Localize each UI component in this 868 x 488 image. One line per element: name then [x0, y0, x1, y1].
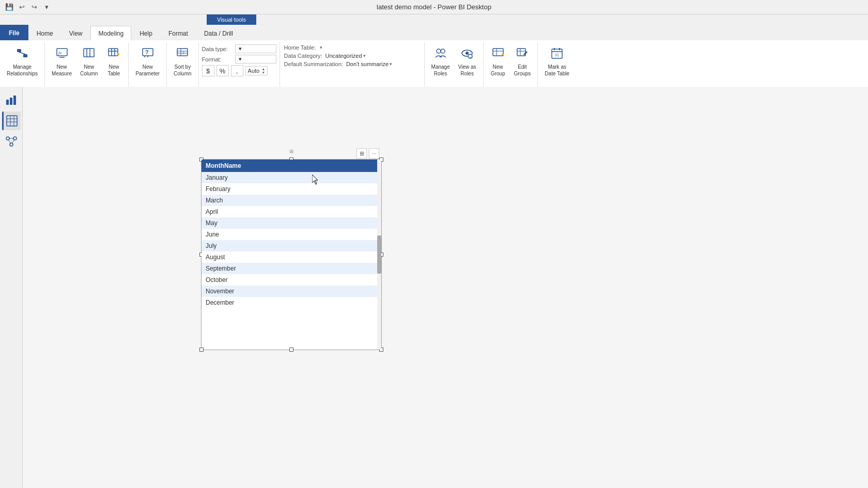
canvas: ≡ ⊞ ··· MonthName JanuaryFebruaryMarchAp…	[23, 87, 868, 488]
svg-text:↕: ↕	[182, 50, 185, 55]
summarization-dropdown[interactable]: Don't summarize ▾	[346, 61, 392, 67]
left-sidebar	[0, 87, 23, 488]
quick-access-toolbar: 💾 ↩ ↪ ▾	[4, 2, 52, 12]
new-group-button[interactable]: NewGroup	[487, 44, 509, 80]
widget-focus-button[interactable]: ⊞	[357, 148, 367, 159]
data-table: MonthName JanuaryFebruaryMarchAprilMayJu…	[202, 160, 381, 308]
home-table-dropdown[interactable]: ▾	[319, 45, 322, 50]
manage-roles-label: ManageRoles	[431, 64, 450, 77]
view-as-roles-button[interactable]: View asRoles	[455, 44, 480, 80]
table-row[interactable]: April	[202, 206, 381, 217]
mark-as-date-table-button[interactable]: 31 Mark asDate Table	[541, 44, 573, 80]
column-header-monthname[interactable]: MonthName	[202, 160, 381, 172]
table-row[interactable]: January	[202, 172, 381, 183]
groups-buttons: NewGroup EditGroups	[487, 42, 535, 92]
whatif-buttons: ? NewParameter	[132, 42, 163, 92]
manage-roles-button[interactable]: ManageRoles	[428, 44, 454, 80]
svg-text:31: 31	[555, 53, 559, 57]
quick-access-dropdown[interactable]: ▾	[41, 2, 52, 12]
svg-rect-46	[10, 98, 12, 105]
svg-line-57	[8, 139, 11, 144]
data-type-label: Data type:	[202, 46, 233, 52]
view-as-roles-label: View asRoles	[458, 64, 476, 77]
relationships-buttons: ManageRelationships	[3, 42, 41, 92]
tab-help[interactable]: Help	[132, 26, 160, 40]
summarization-label: Default Summarization:	[284, 61, 343, 67]
redo-button[interactable]: ↪	[29, 2, 39, 12]
tab-home[interactable]: Home	[29, 26, 61, 40]
new-measure-icon: fx	[56, 47, 68, 61]
new-column-button[interactable]: NewColumn	[76, 44, 101, 80]
summarization-row: Default Summarization: Don't summarize ▾	[284, 61, 420, 67]
table-row[interactable]: May	[202, 217, 381, 229]
svg-point-26	[437, 49, 441, 53]
data-type-dropdown[interactable]: ▾	[235, 44, 276, 53]
new-measure-button[interactable]: fx NewMeasure	[48, 44, 75, 80]
tab-data-drill[interactable]: Data / Drill	[196, 26, 241, 40]
auto-stepper[interactable]: ▲ ▼	[261, 67, 265, 74]
scrollbar-vertical[interactable]	[377, 160, 381, 350]
sidebar-icon-report[interactable]	[2, 91, 21, 109]
table-row[interactable]: July	[202, 240, 381, 251]
widget-drag-handle[interactable]: ≡	[289, 147, 293, 155]
stepper-down[interactable]: ▼	[261, 71, 265, 74]
svg-rect-48	[7, 116, 17, 126]
table-row[interactable]: November	[202, 286, 381, 297]
mark-as-date-table-icon: 31	[551, 47, 563, 61]
format-dropdown[interactable]: ▾	[235, 55, 276, 64]
home-table-label: Home Table:	[284, 44, 316, 51]
new-group-icon	[492, 47, 504, 61]
tab-view[interactable]: View	[61, 26, 90, 40]
tab-modeling[interactable]: Modeling	[90, 26, 131, 40]
percent-button[interactable]: %	[216, 65, 229, 76]
table-widget[interactable]: ≡ ⊞ ··· MonthName JanuaryFebruaryMarchAp…	[201, 159, 382, 350]
table-row[interactable]: March	[202, 195, 381, 206]
svg-rect-0	[17, 49, 21, 52]
home-table-arrow: ▾	[320, 45, 322, 50]
new-table-button[interactable]: NewTable	[102, 44, 125, 80]
sidebar-icon-table[interactable]	[2, 112, 21, 130]
data-category-dropdown[interactable]: Uncategorized ▾	[326, 53, 366, 59]
sidebar-icon-model[interactable]	[2, 132, 21, 151]
format-buttons-row: $ % , Auto ▲ ▼	[202, 65, 276, 76]
table-row[interactable]: October	[202, 274, 381, 286]
save-button[interactable]: 💾	[4, 2, 14, 12]
separator-button[interactable]: ,	[231, 65, 243, 76]
undo-button[interactable]: ↩	[17, 2, 27, 12]
scrollbar-thumb[interactable]	[377, 235, 381, 274]
table-row[interactable]: December	[202, 297, 381, 308]
table-row[interactable]: June	[202, 229, 381, 240]
new-parameter-button[interactable]: ? NewParameter	[132, 44, 163, 80]
window-title: latest demo model - Power BI Desktop	[377, 3, 491, 11]
svg-point-29	[466, 52, 469, 55]
calculations-buttons: fx NewMeasure NewColumn NewTable	[48, 42, 125, 92]
format-row: Format: ▾	[202, 55, 276, 64]
new-table-icon	[107, 47, 120, 61]
table-row[interactable]: February	[202, 183, 381, 195]
svg-rect-6	[84, 49, 94, 57]
currency-button[interactable]: $	[202, 65, 214, 76]
tab-format[interactable]: Format	[161, 26, 196, 40]
svg-line-58	[12, 139, 14, 144]
tab-file[interactable]: File	[0, 25, 28, 40]
visual-tools-bar: Visual tools	[0, 14, 868, 25]
new-column-icon	[83, 47, 95, 61]
sort-by-column-button[interactable]: ↕ Sort byColumn	[170, 44, 195, 80]
ribbon-tabs: File Home View Modeling Help Format Data…	[0, 25, 868, 40]
auto-select[interactable]: Auto ▲ ▼	[245, 66, 268, 75]
new-parameter-label: NewParameter	[135, 64, 160, 77]
edit-groups-button[interactable]: EditGroups	[510, 44, 535, 80]
svg-rect-11	[109, 49, 118, 56]
svg-rect-1	[23, 54, 27, 57]
mark-as-date-table-label: Mark asDate Table	[545, 64, 569, 77]
sort-buttons: ↕ Sort byColumn	[170, 42, 195, 92]
widget-more-button[interactable]: ···	[369, 148, 379, 159]
sort-by-column-label: Sort byColumn	[174, 64, 191, 77]
svg-line-2	[19, 52, 25, 54]
table-row[interactable]: September	[202, 263, 381, 274]
manage-relationships-icon	[16, 47, 28, 61]
table-row[interactable]: August	[202, 251, 381, 263]
svg-rect-45	[6, 100, 9, 105]
stepper-up[interactable]: ▲	[261, 67, 265, 71]
manage-relationships-button[interactable]: ManageRelationships	[3, 44, 41, 80]
